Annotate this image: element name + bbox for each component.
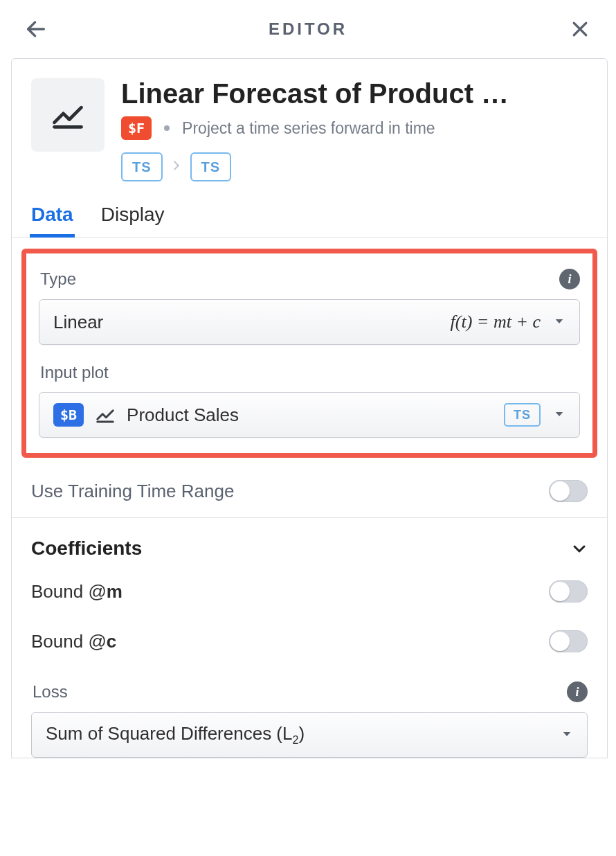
variable-badge: $F bbox=[121, 116, 152, 140]
coefficients-collapse[interactable] bbox=[571, 540, 588, 557]
back-button[interactable] bbox=[21, 14, 51, 44]
separator-dot bbox=[164, 125, 170, 131]
svg-marker-4 bbox=[556, 319, 563, 323]
coefficients-header: Coefficients bbox=[31, 537, 142, 560]
type-info-icon[interactable]: i bbox=[559, 269, 580, 289]
chevron-right-icon bbox=[171, 157, 182, 177]
type-label: Type bbox=[40, 269, 76, 289]
bound-c-toggle[interactable] bbox=[549, 630, 588, 652]
editor-panel: Linear Forecast of Product … $F Project … bbox=[11, 58, 608, 758]
svg-marker-7 bbox=[563, 732, 571, 736]
bound-m-toggle[interactable] bbox=[549, 580, 588, 603]
widget-type-icon bbox=[31, 78, 105, 152]
line-chart-icon bbox=[95, 404, 116, 425]
type-formula: f(t) = mt + c bbox=[451, 312, 541, 332]
chevron-down-icon bbox=[553, 312, 565, 332]
input-plot-label: Input plot bbox=[40, 363, 109, 382]
input-plot-select[interactable]: $B Product Sales TS bbox=[39, 392, 580, 438]
bound-c-label: Bound @c bbox=[31, 631, 116, 652]
input-plot-value: Product Sales bbox=[127, 404, 239, 426]
input-type-chip[interactable]: TS bbox=[121, 152, 163, 181]
loss-info-icon[interactable]: i bbox=[567, 681, 588, 702]
training-range-label: Use Training Time Range bbox=[31, 481, 234, 502]
tab-data[interactable]: Data bbox=[31, 204, 73, 237]
tab-display[interactable]: Display bbox=[101, 204, 165, 237]
type-select[interactable]: Linear f(t) = mt + c bbox=[39, 299, 580, 345]
input-plot-variable-badge: $B bbox=[53, 403, 84, 427]
bound-m-label: Bound @m bbox=[31, 581, 123, 603]
svg-marker-6 bbox=[556, 412, 563, 416]
loss-label: Loss bbox=[33, 682, 68, 702]
chevron-down-icon bbox=[561, 725, 573, 744]
chevron-down-icon bbox=[553, 405, 565, 425]
close-button[interactable] bbox=[565, 14, 595, 44]
widget-title: Linear Forecast of Product … bbox=[121, 78, 588, 109]
output-type-chip[interactable]: TS bbox=[190, 152, 232, 181]
widget-subtitle: Project a time series forward in time bbox=[182, 119, 435, 138]
input-plot-type-chip: TS bbox=[504, 403, 541, 427]
highlighted-settings: Type i Linear f(t) = mt + c Input plot $… bbox=[21, 249, 597, 458]
loss-select-value: Sum of Squared Differences (L2) bbox=[46, 723, 305, 747]
type-select-value: Linear bbox=[53, 312, 103, 333]
topbar-title: EDITOR bbox=[51, 19, 565, 39]
loss-select[interactable]: Sum of Squared Differences (L2) bbox=[31, 712, 588, 758]
tabs: Data Display bbox=[12, 188, 607, 238]
training-range-toggle[interactable] bbox=[549, 480, 588, 502]
